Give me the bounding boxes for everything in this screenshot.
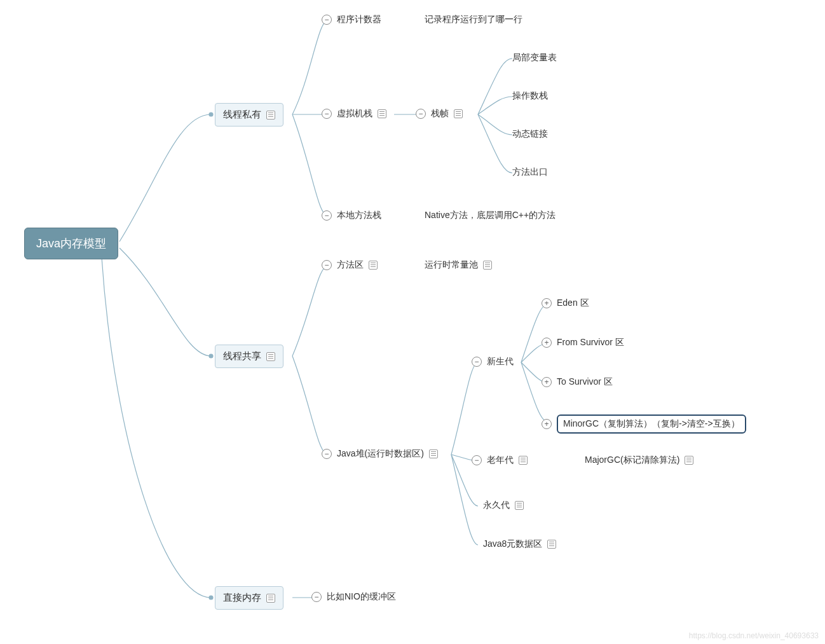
node-perm[interactable]: 永久代 — [483, 500, 524, 511]
note-icon[interactable] — [454, 109, 463, 118]
expand-icon[interactable]: + — [542, 298, 552, 308]
note-icon[interactable] — [266, 594, 275, 603]
svg-point-1 — [209, 354, 213, 358]
expand-icon[interactable]: + — [542, 338, 552, 348]
node-heap[interactable]: − Java堆(运行时数据区) — [322, 448, 438, 460]
node-vmstack[interactable]: − 虚拟机栈 — [322, 108, 386, 120]
node-native-desc: Native方法，底层调用C++的方法 — [425, 210, 556, 221]
node-old[interactable]: − 老年代 — [472, 455, 528, 466]
collapse-icon[interactable]: − — [322, 210, 332, 221]
selected-node: MinorGC（复制算法）（复制->清空->互换） — [557, 414, 746, 434]
node-shared[interactable]: 线程共享 — [215, 345, 283, 368]
expand-icon[interactable]: + — [542, 377, 552, 387]
note-icon[interactable] — [429, 449, 438, 458]
collapse-icon[interactable]: − — [416, 109, 426, 119]
node-pc[interactable]: − 程序计数器 — [322, 14, 381, 25]
note-icon[interactable] — [547, 540, 556, 549]
node-eden[interactable]: + Eden 区 — [542, 298, 589, 309]
note-icon[interactable] — [378, 109, 386, 118]
note-icon[interactable] — [519, 456, 528, 465]
node-from-survivor[interactable]: + From Survivor 区 — [542, 337, 624, 348]
collapse-icon[interactable]: − — [472, 357, 482, 367]
node-const-pool[interactable]: 运行时常量池 — [425, 259, 492, 271]
note-icon[interactable] — [266, 111, 275, 120]
root-node[interactable]: Java内存模型 — [24, 228, 118, 259]
node-young[interactable]: − 新生代 — [472, 356, 514, 367]
node-frame[interactable]: − 栈帧 — [416, 108, 463, 120]
note-icon[interactable] — [515, 501, 524, 510]
node-pc-desc: 记录程序运行到了哪一行 — [425, 14, 522, 25]
note-icon[interactable] — [266, 352, 275, 361]
node-vmstack-label: 虚拟机栈 — [337, 108, 372, 120]
collapse-icon[interactable]: − — [472, 455, 482, 465]
node-majorgc[interactable]: MajorGC(标记清除算法) — [585, 455, 693, 466]
node-method-area[interactable]: − 方法区 — [322, 259, 378, 271]
collapse-icon[interactable]: − — [322, 260, 332, 270]
node-direct[interactable]: 直接内存 — [215, 586, 283, 610]
node-dynlink[interactable]: 动态链接 — [512, 128, 548, 140]
collapse-icon[interactable]: − — [322, 15, 332, 25]
node-exit[interactable]: 方法出口 — [512, 167, 548, 178]
note-icon[interactable] — [483, 261, 492, 270]
connectors — [0, 0, 825, 644]
node-native[interactable]: − 本地方法栈 — [322, 210, 381, 221]
node-pc-label: 程序计数器 — [337, 14, 381, 25]
svg-point-2 — [209, 596, 213, 599]
watermark: https://blog.csdn.net/weixin_40693633 — [689, 631, 819, 640]
node-direct-desc[interactable]: − 比如NIO的缓冲区 — [311, 591, 396, 603]
node-frame-label: 栈帧 — [431, 108, 449, 120]
node-locals[interactable]: 局部变量表 — [512, 52, 557, 64]
node-private[interactable]: 线程私有 — [215, 103, 283, 127]
collapse-icon[interactable]: − — [322, 109, 332, 119]
node-to-survivor[interactable]: + To Survivor 区 — [542, 376, 613, 388]
node-private-label: 线程私有 — [223, 109, 261, 121]
note-icon[interactable] — [685, 456, 693, 465]
note-icon[interactable] — [369, 261, 378, 270]
node-meta[interactable]: Java8元数据区 — [483, 538, 556, 550]
expand-icon[interactable]: + — [542, 419, 552, 429]
node-opstack[interactable]: 操作数栈 — [512, 90, 548, 102]
collapse-icon[interactable]: − — [311, 592, 322, 602]
root-label: Java内存模型 — [36, 236, 106, 251]
node-minorgc[interactable]: + MinorGC（复制算法）（复制->清空->互换） — [542, 414, 746, 434]
svg-point-0 — [209, 113, 213, 116]
collapse-icon[interactable]: − — [322, 449, 332, 459]
